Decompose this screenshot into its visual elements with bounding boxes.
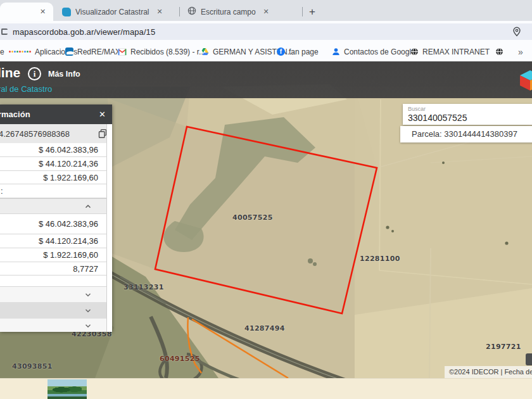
screen: ✕ Visualizador Catastral ✕ Escritura cam… [0,0,532,399]
chevron-down-icon [84,306,92,315]
bookmark-remax-intranet[interactable]: REMAX INTRANET [410,42,490,61]
parcel-label: 12281100 [360,255,400,263]
map-control-button[interactable] [526,353,532,365]
close-icon[interactable]: ✕ [37,6,48,17]
map-favicon-icon [62,8,71,16]
section-expand-button[interactable] [0,302,106,319]
value-row: $ 46.042.383,96 [0,214,106,234]
parcel-label: 43093851 [12,362,53,370]
facebook-icon: f [277,48,285,56]
tab-escritura[interactable]: Escritura campo ✕ [182,3,299,21]
close-icon[interactable]: ✕ [155,6,165,17]
section-expand-button[interactable] [0,319,106,332]
panel-scrollbar-gutter[interactable] [106,124,112,332]
bookmarks-bar: e Aplicaciones RedRE/MAX Recibidos (8.53… [0,42,532,61]
globe-favicon-icon [187,6,196,17]
parcel-label: 2197721 [486,343,521,351]
parcel-search-input[interactable]: Buscar 330140057525 [403,104,532,125]
url-text[interactable]: mapascordoba.gob.ar/viewer/mapa/15 [13,27,155,37]
tab-visualizador[interactable]: Visualizador Catastral ✕ [57,3,176,21]
info-panel: rmación ✕ 4.26748576988368 $ 46.042.383,… [0,104,112,332]
browser-toolbar: mapascordoba.gob.ar/viewer/mapa/15 [0,21,532,42]
bookmark-fragment[interactable]: e [0,42,4,61]
viewer-subtitle: ral de Catastro [0,84,52,94]
label-row: : [0,184,106,198]
info-icon[interactable]: i [28,67,41,80]
viewer-header: line i Más Info ral de Catastro [0,61,532,98]
idecor-logo-icon [519,69,532,93]
site-info-icon[interactable] [1,28,8,35]
globe-icon [410,48,419,56]
value-row: $ 46.042.383,96 [0,143,106,157]
chevron-up-icon [84,202,92,211]
search-label: Buscar [408,106,532,112]
search-suggestion[interactable]: Parcela: 3301444414380397 [400,126,532,142]
section-expand-button[interactable] [0,286,106,302]
panel-header: rmación ✕ [0,104,112,124]
close-icon[interactable]: ✕ [261,6,272,17]
new-tab-button[interactable]: + [305,4,320,20]
bookmark-contactos[interactable]: Contactos de Google [332,42,415,61]
tab-current[interactable]: ✕ [0,3,53,21]
search-value[interactable]: 330140057525 [408,113,532,123]
value-row: $ 1.922.169,60 [0,171,106,184]
bookmark-redremax[interactable]: RedRE/MAX [65,42,120,61]
value-row: $ 44.120.214,36 [0,157,106,171]
parcel-label: 40057525 [232,213,273,222]
tab-title: Escritura campo [201,8,256,16]
tab-strip: ✕ Visualizador Catastral ✕ Escritura cam… [0,0,532,21]
address-bar[interactable]: mapascordoba.gob.ar/viewer/mapa/15 [0,23,532,40]
gmail-icon [118,48,127,56]
viewer-title: line [0,65,20,80]
bookmark-gmail[interactable]: Recibidos (8.539) - r... [118,42,205,61]
parcel-label: 33113231 [124,283,164,291]
location-pin-icon[interactable] [512,27,522,39]
spacer-row [0,276,106,286]
globe-icon [495,48,504,56]
bookmarks-overflow-button[interactable]: » [518,42,523,61]
tab-divider [302,7,303,16]
value-row: $ 1.922.169,60 [0,248,106,262]
chevron-down-icon [84,290,92,299]
tab-title: Visualizador Catastral [75,8,149,16]
section-collapse-button[interactable] [0,198,106,214]
coordinate-value: 4.26748576988368 [0,129,70,139]
map-attribution: ©2024 IDECOR | Fecha de [445,366,532,378]
tab-divider [179,7,180,16]
widgets-photo-button[interactable] [48,379,87,399]
value-row: $ 44.120.214,36 [0,234,106,248]
parcel-label: 41287494 [244,324,285,332]
close-icon[interactable]: ✕ [96,108,108,120]
bookmark-fanpage[interactable]: f fan page [277,42,319,61]
parcel-label-highlight: 60491525 [160,355,200,363]
apps-grid-icon [9,51,31,53]
contacts-person-icon [332,48,340,56]
remax-icon [65,48,73,56]
taskbar: 25 1 13°C Mayorm. nubla... ◉ ✎ ESP [0,378,532,399]
chevron-down-icon [84,321,92,330]
coordinate-row: 4.26748576988368 [0,124,112,143]
panel-title: rmación [0,110,30,119]
mas-info-link[interactable]: Más Info [48,70,80,79]
bookmark-globe[interactable] [495,42,507,61]
drive-icon [200,48,209,56]
value-row: 8,7727 [0,262,106,276]
